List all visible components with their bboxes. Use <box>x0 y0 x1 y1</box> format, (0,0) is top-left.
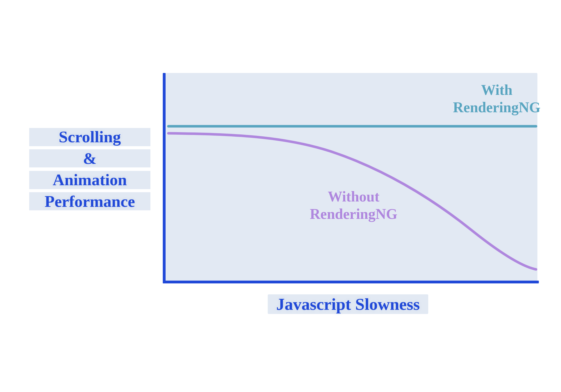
x-label-text: Javascript Slowness <box>268 294 428 314</box>
y-label-line4: Performance <box>22 191 157 212</box>
x-axis <box>163 281 539 283</box>
legend-without-renderingng: Without RenderingNG <box>297 188 410 223</box>
y-axis <box>163 73 166 283</box>
legend-without-line1: Without <box>297 188 410 205</box>
x-axis-label: Javascript Slowness <box>180 295 516 314</box>
y-label-line1: Scrolling <box>22 126 157 148</box>
legend-without-line2: RenderingNG <box>297 205 410 223</box>
chart-container: Scrolling & Animation Performance Javasc… <box>22 73 544 309</box>
y-label-line3: Animation <box>22 169 157 191</box>
legend-with-line2: RenderingNG <box>443 99 550 116</box>
legend-with-renderingng: With RenderingNG <box>443 81 550 116</box>
y-label-line2: & <box>22 148 157 169</box>
legend-with-line1: With <box>443 81 550 99</box>
y-axis-label: Scrolling & Animation Performance <box>22 126 157 212</box>
